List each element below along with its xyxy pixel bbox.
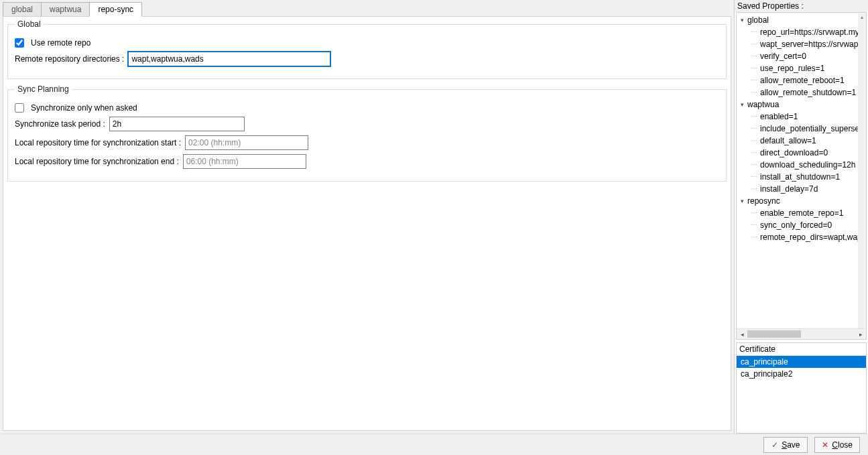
- sync-only-label: Synchronize only when asked: [31, 103, 137, 113]
- tab-bar: global waptwua repo-sync: [3, 1, 731, 16]
- tree-leaf-node[interactable]: ⋯include_potentially_supersed: [738, 123, 866, 135]
- tree-leaf-node[interactable]: ⋯direct_download=0: [738, 147, 866, 159]
- tree-node-label: waptwua: [746, 100, 779, 109]
- sync-end-input[interactable]: [183, 154, 306, 169]
- tree-leaf-node[interactable]: ⋯sync_only_forced=0: [738, 219, 866, 231]
- vertical-scrollbar[interactable]: ▴: [858, 13, 866, 328]
- tab-reposync[interactable]: repo-sync: [89, 2, 142, 17]
- save-button[interactable]: ✓ Save: [763, 437, 808, 453]
- period-label: Synchronize task period :: [15, 119, 105, 129]
- tree-node-label: reposync: [746, 196, 780, 206]
- tree-node-label: install_delay=7d: [759, 184, 818, 194]
- tree-node-label: allow_remote_shutdown=1: [759, 88, 856, 97]
- tree-node-label: default_allow=1: [759, 136, 816, 145]
- tree-branch-icon: ⋯: [750, 149, 759, 157]
- group-sync-planning: Sync Planning Synchronize only when aske…: [7, 84, 727, 182]
- tree-leaf-node[interactable]: ⋯allow_remote_shutdown=1: [738, 86, 866, 99]
- tree-node-label: verify_cert=0: [759, 52, 806, 61]
- scroll-left-icon[interactable]: ◂: [737, 329, 747, 339]
- sync-start-label: Local repository time for synchronizatio…: [15, 138, 181, 147]
- certificate-panel: Certificate ca_principaleca_principale2: [736, 342, 867, 434]
- tree-node-label: repo_url=https://srvwapt.my: [759, 27, 859, 37]
- group-sync-legend: Sync Planning: [15, 84, 72, 94]
- tree-branch-icon: ⋯: [750, 40, 759, 49]
- use-remote-repo-checkbox[interactable]: [15, 38, 24, 48]
- tree-node-label: wapt_server=https://srvwapt: [759, 40, 861, 49]
- tree-leaf-node[interactable]: ⋯download_scheduling=12h: [738, 159, 866, 171]
- tree-branch-icon: ⋯: [750, 28, 759, 37]
- tree-branch-icon: ⋯: [750, 125, 759, 133]
- scroll-thumb[interactable]: [747, 330, 801, 338]
- close-icon: ✕: [822, 440, 828, 450]
- group-global: Global Use remote repo Remote repository…: [7, 19, 727, 79]
- tree-branch-icon: ⋯: [750, 137, 759, 145]
- tree-leaf-node[interactable]: ⋯verify_cert=0: [738, 50, 866, 62]
- tab-global[interactable]: global: [3, 2, 42, 16]
- tree-leaf-node[interactable]: ⋯enable_remote_repo=1: [738, 207, 866, 219]
- tree-branch-icon: ⋯: [750, 233, 759, 242]
- close-button-label: Close: [832, 440, 853, 450]
- tree-branch-icon: ⋯: [750, 113, 759, 121]
- tree-branch-icon: ⋯: [750, 52, 759, 61]
- tree-branch-icon: ⋯: [750, 185, 759, 194]
- close-button[interactable]: ✕ Close: [814, 437, 860, 453]
- tree-node-label: include_potentially_supersed: [759, 124, 864, 133]
- tree-root-node[interactable]: ▾global: [738, 14, 866, 26]
- tree-leaf-node[interactable]: ⋯wapt_server=https://srvwapt: [738, 38, 866, 50]
- tree-leaf-node[interactable]: ⋯enabled=1: [738, 111, 866, 123]
- sync-end-label: Local repository time for synchronizatio…: [15, 157, 179, 166]
- tree-leaf-node[interactable]: ⋯install_at_shutdown=1: [738, 171, 866, 183]
- tree-node-label: download_scheduling=12h: [759, 160, 855, 170]
- scroll-up-icon[interactable]: ▴: [858, 13, 866, 21]
- group-global-legend: Global: [15, 19, 44, 29]
- remote-dirs-input[interactable]: [128, 52, 330, 66]
- tree-leaf-node[interactable]: ⋯allow_remote_reboot=1: [738, 74, 866, 86]
- footer-bar: ✓ Save ✕ Close: [0, 434, 868, 455]
- save-button-label: Save: [782, 440, 800, 450]
- tree-leaf-node[interactable]: ⋯remote_repo_dirs=wapt,wap: [738, 231, 866, 243]
- sync-only-checkbox[interactable]: [15, 103, 24, 113]
- tree-node-label: enabled=1: [759, 112, 798, 121]
- saved-properties-tree: ▾global⋯repo_url=https://srvwapt.my⋯wapt…: [736, 12, 867, 340]
- period-input[interactable]: [109, 117, 245, 131]
- tree-leaf-node[interactable]: ⋯install_delay=7d: [738, 183, 866, 195]
- tree-branch-icon: ⋯: [750, 173, 759, 182]
- expand-icon[interactable]: ▾: [738, 101, 746, 108]
- scroll-right-icon[interactable]: ▸: [855, 329, 866, 339]
- tab-waptwua[interactable]: waptwua: [41, 2, 90, 16]
- sync-start-input[interactable]: [185, 135, 308, 150]
- certificate-item[interactable]: ca_principale: [737, 356, 866, 368]
- tree-node-label: enable_remote_repo=1: [759, 208, 843, 218]
- tree-node-label: direct_download=0: [759, 148, 828, 157]
- tree-node-label: allow_remote_reboot=1: [759, 76, 845, 85]
- tree-branch-icon: ⋯: [750, 209, 759, 218]
- horizontal-scrollbar[interactable]: ◂ ▸: [737, 328, 866, 339]
- tree-node-label: use_repo_rules=1: [759, 64, 824, 73]
- tree-branch-icon: ⋯: [750, 88, 759, 97]
- tree-leaf-node[interactable]: ⋯repo_url=https://srvwapt.my: [738, 26, 866, 38]
- certificate-header: Certificate: [737, 343, 866, 356]
- tree-root-node[interactable]: ▾reposync: [738, 195, 866, 207]
- tree-branch-icon: ⋯: [750, 76, 759, 85]
- tree-node-label: install_at_shutdown=1: [759, 172, 840, 182]
- tree-node-label: remote_repo_dirs=wapt,wap: [759, 233, 862, 242]
- tab-content-reposync: Global Use remote repo Remote repository…: [3, 16, 731, 431]
- tree-branch-icon: ⋯: [750, 221, 759, 230]
- tree-leaf-node[interactable]: ⋯default_allow=1: [738, 135, 866, 147]
- saved-properties-title: Saved Properties :: [735, 0, 868, 12]
- tree-branch-icon: ⋯: [750, 161, 759, 170]
- tree-leaf-node[interactable]: ⋯use_repo_rules=1: [738, 62, 866, 74]
- certificate-item[interactable]: ca_principale2: [737, 368, 866, 380]
- tree-node-label: global: [746, 15, 769, 25]
- expand-icon[interactable]: ▾: [738, 17, 746, 23]
- tree-branch-icon: ⋯: [750, 64, 759, 73]
- tree-root-node[interactable]: ▾waptwua: [738, 99, 866, 111]
- tree-node-label: sync_only_forced=0: [759, 220, 832, 230]
- expand-icon[interactable]: ▾: [738, 198, 746, 204]
- remote-dirs-label: Remote repository directories :: [15, 54, 124, 64]
- check-icon: ✓: [771, 440, 778, 450]
- use-remote-repo-label: Use remote repo: [31, 38, 90, 48]
